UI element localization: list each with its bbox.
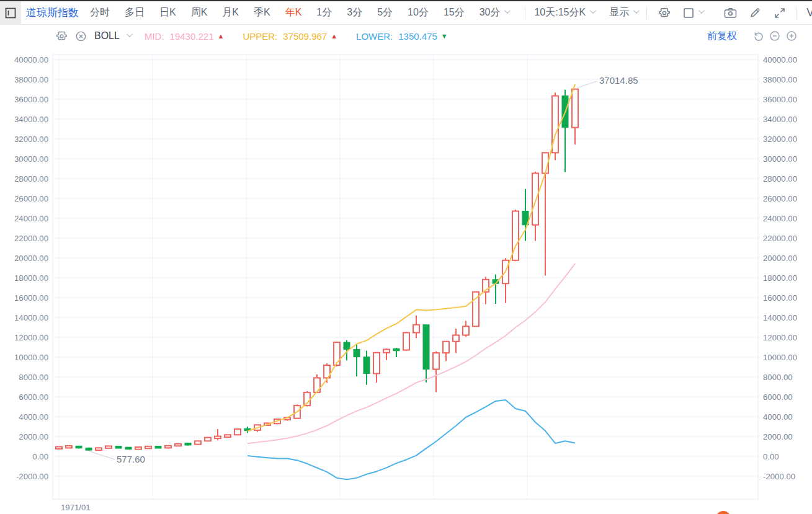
candle-1982[interactable] [165, 446, 171, 449]
indicator-remove-icon[interactable] [75, 30, 87, 42]
vs-compare-button[interactable]: VS [806, 6, 812, 19]
y-axis-left: 40000.0038000.0036000.0034000.0032000.00… [14, 55, 48, 481]
tab-1分[interactable]: 1分 [316, 6, 332, 19]
candle-2012[interactable] [463, 321, 469, 337]
toolbar-tools: VS [658, 6, 812, 19]
svg-text:20000.00: 20000.00 [14, 254, 48, 263]
svg-text:18000.00: 18000.00 [14, 273, 48, 283]
svg-text:10000.00: 10000.00 [763, 353, 797, 362]
tab-季K[interactable]: 季K [254, 6, 270, 19]
candle-1971[interactable] [56, 446, 62, 449]
svg-text:0.00: 0.00 [32, 452, 48, 461]
chevron-down-icon[interactable] [127, 31, 133, 37]
candle-1974[interactable] [86, 448, 92, 451]
candle-2011[interactable] [453, 329, 459, 353]
candle-2006[interactable] [403, 332, 409, 351]
tab-30分[interactable]: 30分 [480, 6, 509, 19]
candle-2023[interactable] [572, 89, 578, 144]
tab-分时[interactable]: 分时 [90, 6, 110, 19]
h-gridlines [53, 60, 758, 476]
tab-multi-day-k[interactable]: 10天:15分K [534, 6, 594, 19]
high-annotation: 37014.85 [599, 75, 638, 86]
plot-border [53, 55, 758, 499]
candle-2008[interactable] [423, 325, 429, 383]
toolbar-divider [646, 7, 647, 19]
candle-2015[interactable] [493, 274, 499, 304]
candle-2021[interactable] [552, 92, 558, 160]
toolbar-divider [796, 7, 796, 19]
tab-周K[interactable]: 周K [191, 6, 208, 19]
candle-1978[interactable] [125, 447, 132, 450]
tab-年K[interactable]: 年K [285, 6, 302, 19]
candle-2010[interactable] [443, 341, 449, 361]
pencil-icon[interactable] [749, 7, 761, 19]
candle-2005[interactable] [393, 348, 399, 357]
candle-2022[interactable] [562, 90, 568, 172]
tab-15分[interactable]: 15分 [444, 6, 465, 19]
tab-3分[interactable]: 3分 [347, 6, 362, 19]
svg-text:40000.00: 40000.00 [763, 55, 797, 64]
svg-text:6000.00: 6000.00 [19, 392, 48, 402]
candle-2001[interactable] [354, 344, 360, 376]
svg-text:38000.00: 38000.00 [763, 75, 797, 84]
boll-field-1: UPPER:37509.967▲ [243, 31, 337, 42]
candle-1986[interactable] [205, 437, 211, 441]
indicator-settings-icon[interactable] [56, 30, 68, 42]
svg-text:14000.00: 14000.00 [763, 313, 797, 322]
candle-2002[interactable] [364, 351, 370, 385]
candle-1983[interactable] [175, 444, 181, 446]
svg-text:28000.00: 28000.00 [763, 174, 797, 184]
chevron-down-icon [504, 7, 511, 14]
settings-icon[interactable] [658, 7, 671, 19]
candle-1977[interactable] [115, 446, 122, 449]
candle-1984[interactable] [185, 443, 191, 445]
svg-text:30000.00: 30000.00 [763, 154, 797, 164]
candle-1985[interactable] [195, 441, 201, 444]
svg-text:2000.00: 2000.00 [19, 432, 48, 441]
svg-text:10000.00: 10000.00 [14, 353, 48, 362]
candle-1981[interactable] [155, 446, 161, 449]
candle-1980[interactable] [145, 446, 151, 449]
svg-text:36000.00: 36000.00 [14, 95, 48, 104]
candle-1972[interactable] [66, 446, 72, 448]
candle-1979[interactable] [135, 447, 141, 450]
layout-square-icon[interactable] [683, 7, 703, 19]
camera-icon[interactable] [724, 7, 737, 19]
tab-月K[interactable]: 月K [222, 6, 239, 19]
y-axis-right: 40000.0038000.0036000.0034000.0032000.00… [763, 55, 797, 481]
indicator-name[interactable]: BOLL [94, 30, 120, 42]
tab-日K[interactable]: 日K [159, 6, 176, 19]
candle-2003[interactable] [373, 353, 380, 383]
tab-5分[interactable]: 5分 [377, 6, 393, 19]
svg-text:4000.00: 4000.00 [763, 412, 793, 422]
candle-2004[interactable] [383, 348, 390, 360]
candle-2007[interactable] [413, 316, 419, 338]
candle-1988[interactable] [225, 435, 231, 438]
svg-text:28000.00: 28000.00 [14, 174, 48, 184]
candle-1975[interactable] [96, 448, 102, 450]
svg-text:4000.00: 4000.00 [19, 412, 48, 422]
fullscreen-icon[interactable] [774, 7, 786, 19]
boll-field-2: LOWER:1350.475▼ [356, 31, 448, 42]
candle-1987[interactable] [215, 429, 221, 440]
svg-text:16000.00: 16000.00 [14, 293, 48, 303]
boll-field-0: MID:19430.221▲ [145, 31, 224, 42]
symbol-name[interactable]: 道琼斯指数 [26, 6, 79, 20]
tab-10分[interactable]: 10分 [408, 6, 429, 19]
svg-text:12000.00: 12000.00 [14, 333, 48, 342]
candle-1973[interactable] [76, 446, 82, 448]
svg-text:26000.00: 26000.00 [763, 194, 797, 203]
svg-text:8000.00: 8000.00 [19, 373, 48, 382]
svg-text:22000.00: 22000.00 [14, 234, 48, 243]
svg-text:8000.00: 8000.00 [763, 373, 793, 382]
floating-logo[interactable] [716, 511, 731, 514]
candle-1976[interactable] [105, 446, 112, 448]
svg-text:38000.00: 38000.00 [14, 75, 48, 84]
display-menu[interactable]: 显示 [609, 6, 638, 19]
chevron-down-icon [590, 7, 596, 14]
candle-1989[interactable] [234, 428, 241, 435]
sidebar-toggle-icon[interactable] [0, 1, 21, 25]
tab-多日[interactable]: 多日 [125, 6, 145, 19]
svg-text:32000.00: 32000.00 [14, 135, 48, 144]
svg-text:14000.00: 14000.00 [14, 313, 48, 322]
